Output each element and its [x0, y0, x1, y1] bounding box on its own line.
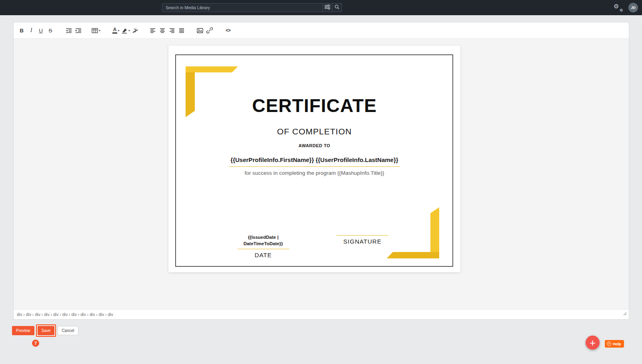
align-center-icon	[160, 28, 165, 33]
help-button[interactable]: ? Help	[605, 340, 624, 348]
italic-button[interactable]: I	[26, 26, 36, 35]
chevron-down-icon: ▾	[128, 29, 130, 32]
certificate-date-placeholder: {{IssuedDate | DateTimeToDate}}	[237, 234, 289, 249]
certificate-description: for success in completing the program {{…	[168, 170, 460, 176]
underline-button[interactable]: U	[36, 26, 46, 35]
settings-gears-icon[interactable]: ⚙ ⚙	[614, 3, 623, 12]
certificate-subtitle: OF COMPLETION	[168, 127, 460, 136]
highlight-pen-icon	[121, 27, 128, 34]
clear-formatting-button[interactable]: T	[130, 26, 140, 35]
bold-icon: B	[20, 28, 24, 34]
user-avatar[interactable]: JD	[628, 3, 638, 12]
header-right: ⚙ ⚙ JD	[614, 0, 638, 15]
text-color-button[interactable]: A ▾	[111, 26, 121, 35]
editor-content-area[interactable]: CERTIFICATE OF COMPLETION AWARDED TO {{U…	[14, 39, 629, 309]
editor-statusbar: div › div › div › div › div › div › div …	[14, 309, 629, 319]
filter-sliders-icon	[324, 4, 330, 11]
image-icon	[197, 28, 203, 33]
step-7-annotation-badge: 7	[32, 340, 39, 347]
editor-toolbar: B I U S ▾ A ▾	[14, 22, 629, 39]
chevron-down-icon: ▾	[99, 29, 100, 32]
form-actions: Preview Save Cancel	[12, 324, 78, 337]
source-code-icon: <>	[226, 28, 230, 33]
search-filter-button[interactable]	[323, 3, 332, 12]
table-icon	[92, 28, 98, 33]
bold-button[interactable]: B	[17, 26, 26, 35]
gear-icon-large: ⚙	[614, 3, 619, 9]
preview-button[interactable]: Preview	[12, 326, 34, 335]
top-header: ⚙ ⚙ JD	[0, 0, 642, 15]
outdent-icon	[66, 28, 72, 33]
cancel-button[interactable]: Cancel	[58, 326, 78, 335]
gear-icon-small: ⚙	[620, 8, 623, 12]
align-center-button[interactable]	[158, 26, 167, 35]
resize-handle[interactable]	[623, 310, 627, 317]
search-icon	[334, 4, 340, 11]
save-button[interactable]: Save	[38, 326, 55, 335]
underline-icon: U	[39, 28, 43, 34]
add-floating-button[interactable]: +	[586, 336, 600, 350]
link-icon	[206, 27, 213, 34]
indent-button[interactable]	[74, 26, 83, 35]
certificate-recipient-placeholder: {{UserProfileInfo.FirstName}} {{UserProf…	[229, 156, 400, 167]
certificate-awarded-to-label: AWARDED TO	[168, 143, 460, 148]
media-library-search	[162, 3, 342, 12]
highlight-color-button[interactable]: ▾	[121, 26, 130, 35]
chevron-down-icon: ▾	[118, 29, 120, 32]
element-path[interactable]: div › div › div › div › div › div › div …	[17, 310, 113, 320]
certificate-recipient-wrap: {{UserProfileInfo.FirstName}} {{UserProf…	[168, 156, 460, 167]
certificate-date-block: {{IssuedDate | DateTimeToDate}} DATE	[237, 234, 289, 258]
search-input[interactable]	[162, 3, 323, 12]
certificate-signature-label: SIGNATURE	[336, 238, 388, 245]
save-annotation-box: Save	[36, 324, 56, 337]
align-left-button[interactable]	[148, 26, 158, 35]
question-mark-icon: ?	[607, 342, 611, 346]
align-justify-icon	[179, 28, 184, 33]
rich-text-editor: B I U S ▾ A ▾	[13, 22, 629, 320]
align-right-button[interactable]	[167, 26, 177, 35]
certificate-title: CERTIFICATE	[168, 95, 460, 116]
strikethrough-button[interactable]: S	[46, 26, 55, 35]
certificate-page: CERTIFICATE OF COMPLETION AWARDED TO {{U…	[168, 46, 460, 272]
insert-link-button[interactable]	[205, 26, 214, 35]
help-label: Help	[613, 342, 621, 346]
certificate-signature-block: SIGNATURE	[336, 235, 388, 245]
insert-image-button[interactable]	[195, 26, 205, 35]
align-justify-button[interactable]	[177, 26, 186, 35]
text-color-icon: A	[112, 27, 117, 34]
certificate-date-label: DATE	[237, 252, 289, 258]
indent-icon	[75, 28, 82, 33]
outdent-button[interactable]	[64, 26, 74, 35]
strikethrough-icon: S	[48, 28, 52, 34]
italic-icon: I	[30, 27, 32, 34]
signature-line	[336, 235, 388, 236]
align-left-icon	[150, 28, 156, 33]
search-submit-button[interactable]	[332, 3, 342, 12]
clear-formatting-icon: T	[134, 28, 137, 34]
align-right-icon	[169, 28, 175, 33]
source-code-button[interactable]: <>	[223, 26, 233, 35]
table-button[interactable]: ▾	[91, 26, 101, 35]
